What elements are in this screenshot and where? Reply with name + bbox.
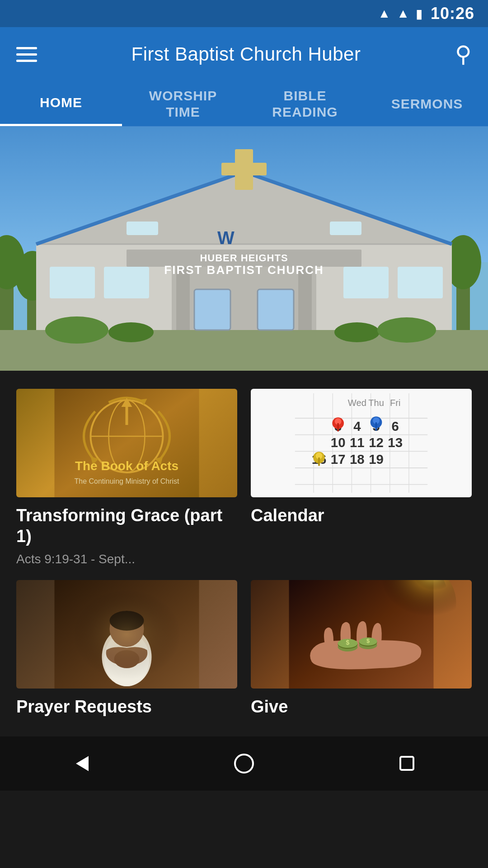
sermons-card-subtitle: Acts 9:19-31 - Sept... bbox=[16, 552, 237, 566]
battery-icon: ▮ bbox=[416, 6, 422, 21]
svg-rect-19 bbox=[330, 222, 361, 235]
svg-text:$: $ bbox=[346, 639, 350, 646]
svg-text:17: 17 bbox=[331, 452, 346, 467]
calendar-card-image: Wed Thu Fri 3 4 5 6 10 11 12 13 16 17 bbox=[251, 389, 472, 497]
tab-home-label: HOME bbox=[40, 94, 82, 111]
hamburger-menu-button[interactable] bbox=[16, 47, 37, 62]
status-time: 10:26 bbox=[431, 4, 474, 23]
sermons-card[interactable]: The Book of Acts The Continuing Ministry… bbox=[16, 389, 237, 566]
give-card[interactable]: $ $ Give bbox=[251, 580, 472, 723]
app-title: First Baptist Church Huber bbox=[51, 43, 441, 65]
content-grid: The Book of Acts The Continuing Ministry… bbox=[0, 371, 488, 736]
svg-point-35 bbox=[45, 316, 108, 344]
app-bar: First Baptist Church Huber ⚲ bbox=[0, 27, 488, 81]
svg-text:4: 4 bbox=[353, 419, 361, 434]
svg-text:$: $ bbox=[366, 637, 370, 644]
svg-point-38 bbox=[377, 317, 436, 343]
svg-rect-31 bbox=[104, 267, 149, 298]
svg-point-36 bbox=[108, 322, 154, 342]
svg-text:Fri: Fri bbox=[390, 398, 401, 408]
svg-point-105 bbox=[235, 755, 253, 773]
tab-sermons-label: SERMONS bbox=[391, 96, 463, 112]
svg-text:The Continuing Ministry of Chr: The Continuing Ministry of Christ bbox=[74, 477, 179, 485]
sermons-card-image: The Book of Acts The Continuing Ministry… bbox=[16, 389, 237, 497]
svg-text:The Book of Acts: The Book of Acts bbox=[75, 459, 178, 473]
hero-image: HUBER HEIGHTS FIRST BAPTIST CHURCH W bbox=[0, 127, 488, 371]
svg-rect-18 bbox=[127, 222, 158, 235]
svg-point-92 bbox=[73, 589, 181, 679]
prayer-card-image bbox=[16, 580, 237, 689]
svg-text:11: 11 bbox=[350, 435, 365, 450]
svg-rect-32 bbox=[343, 267, 389, 298]
church-illustration: HUBER HEIGHTS FIRST BAPTIST CHURCH W bbox=[0, 127, 488, 371]
sermons-card-title: Transforming Grace (part 1) bbox=[16, 505, 237, 547]
tab-worship-label: WORSHIPTIME bbox=[149, 88, 217, 120]
svg-rect-30 bbox=[50, 267, 95, 298]
signal-icon: ▲ bbox=[397, 6, 409, 21]
tab-home[interactable]: HOME bbox=[0, 81, 122, 126]
svg-rect-17 bbox=[221, 163, 267, 175]
svg-text:19: 19 bbox=[369, 452, 384, 467]
tab-bible-label: BIBLEREADING bbox=[272, 88, 338, 120]
svg-marker-104 bbox=[77, 757, 88, 770]
svg-text:12: 12 bbox=[369, 435, 384, 450]
svg-text:FIRST BAPTIST CHURCH: FIRST BAPTIST CHURCH bbox=[164, 263, 324, 277]
prayer-card-title: Prayer Requests bbox=[16, 697, 237, 717]
tab-sermons[interactable]: SERMONS bbox=[366, 81, 488, 126]
svg-text:Thu: Thu bbox=[368, 398, 384, 408]
svg-text:6: 6 bbox=[392, 419, 399, 434]
svg-text:HUBER  HEIGHTS: HUBER HEIGHTS bbox=[200, 252, 288, 264]
svg-rect-33 bbox=[398, 267, 443, 298]
wifi-icon: ▲ bbox=[378, 6, 390, 21]
give-card-image: $ $ bbox=[251, 580, 472, 689]
svg-text:18: 18 bbox=[350, 452, 365, 467]
search-icon[interactable]: ⚲ bbox=[455, 41, 472, 67]
tab-bar: HOME WORSHIPTIME BIBLEREADING SERMONS bbox=[0, 81, 488, 127]
svg-text:W: W bbox=[217, 228, 235, 248]
prayer-card[interactable]: Prayer Requests bbox=[16, 580, 237, 723]
tab-bible-reading[interactable]: BIBLEREADING bbox=[244, 81, 366, 126]
status-bar: ▲ ▲ ▮ 10:26 bbox=[0, 0, 488, 27]
svg-rect-106 bbox=[400, 757, 413, 770]
svg-point-37 bbox=[334, 322, 380, 342]
svg-text:10: 10 bbox=[331, 435, 346, 450]
calendar-card-title: Calendar bbox=[251, 505, 472, 526]
give-card-title: Give bbox=[251, 697, 472, 717]
tab-worship-time[interactable]: WORSHIPTIME bbox=[122, 81, 244, 126]
back-button[interactable] bbox=[63, 745, 99, 782]
home-button[interactable] bbox=[226, 745, 262, 782]
bottom-nav bbox=[0, 736, 488, 791]
svg-rect-23 bbox=[194, 289, 230, 330]
recent-apps-button[interactable] bbox=[389, 745, 425, 782]
calendar-card[interactable]: Wed Thu Fri 3 4 5 6 10 11 12 13 16 17 bbox=[251, 389, 472, 566]
svg-rect-25 bbox=[258, 289, 294, 330]
svg-text:Wed: Wed bbox=[348, 398, 366, 408]
status-icons: ▲ ▲ ▮ bbox=[378, 6, 422, 21]
svg-text:13: 13 bbox=[388, 435, 403, 450]
